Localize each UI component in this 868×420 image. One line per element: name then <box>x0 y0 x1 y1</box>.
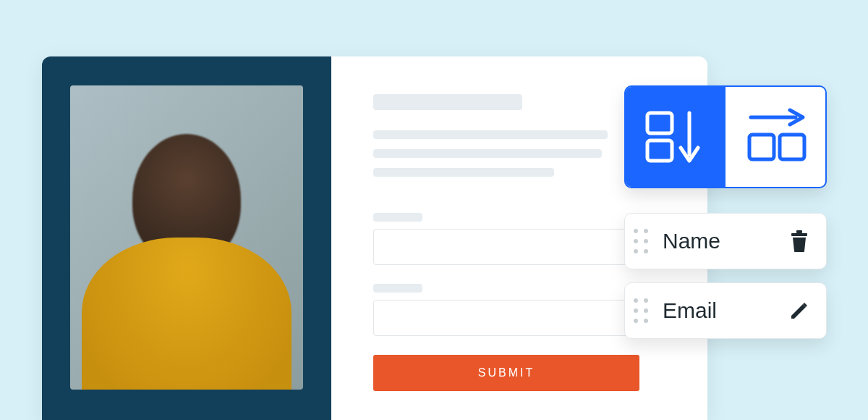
image-panel <box>42 56 331 420</box>
pencil-icon <box>788 300 810 322</box>
field-chip-label: Email <box>663 298 777 323</box>
delete-field-button[interactable] <box>787 229 812 253</box>
form-text-placeholder <box>373 168 554 177</box>
layout-option-horizontal[interactable] <box>726 87 825 187</box>
field-chip-label: Name <box>663 229 777 253</box>
svg-rect-1 <box>647 140 672 161</box>
image-placeholder[interactable] <box>70 85 303 390</box>
field-label-placeholder <box>373 213 422 222</box>
name-input[interactable] <box>373 229 639 265</box>
drag-handle-icon[interactable] <box>634 229 648 253</box>
svg-rect-4 <box>749 135 774 159</box>
drag-handle-icon[interactable] <box>634 298 648 323</box>
layout-option-vertical[interactable] <box>626 87 726 187</box>
form-editor-card: SUBMIT <box>42 56 707 420</box>
form-text-placeholder <box>373 130 608 139</box>
svg-rect-5 <box>780 135 804 159</box>
field-chip-name[interactable]: Name <box>624 213 827 269</box>
trash-icon <box>788 230 810 253</box>
email-input[interactable] <box>373 300 639 336</box>
svg-rect-0 <box>647 113 672 133</box>
layout-horizontal-icon <box>739 106 812 168</box>
form-text-placeholder <box>373 149 602 158</box>
field-label-placeholder <box>373 284 422 293</box>
form-title-placeholder <box>373 94 522 110</box>
layout-vertical-icon <box>643 106 708 168</box>
field-chip-email[interactable]: Email <box>624 282 827 339</box>
svg-rect-7 <box>796 230 802 233</box>
submit-button[interactable]: SUBMIT <box>373 355 639 391</box>
layout-toggle <box>624 85 827 188</box>
svg-rect-6 <box>791 233 807 236</box>
edit-field-button[interactable] <box>787 298 812 323</box>
